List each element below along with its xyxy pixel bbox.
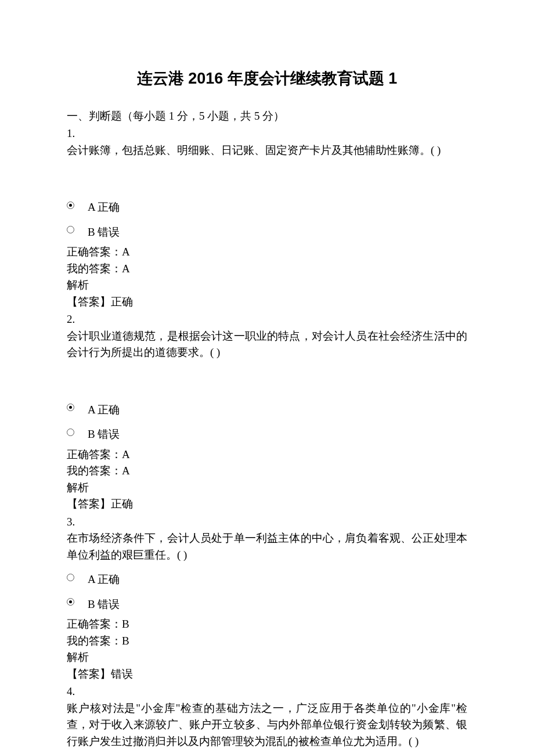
q3-explanation: 【答案】错误 [67, 666, 467, 683]
q3-option-b-label: B 错误 [88, 592, 120, 613]
section-heading: 一、判断题（每小题 1 分，5 小题，共 5 分） [67, 108, 467, 125]
radio-selected-icon [67, 404, 74, 411]
q1-correct-answer: 正确答案：A [67, 244, 467, 261]
q2-option-a-label: A 正确 [88, 397, 120, 419]
q3-my-answer: 我的答案：B [67, 633, 467, 650]
radio-icon [67, 226, 74, 233]
q1-option-b-label: B 错误 [88, 219, 120, 241]
q1-option-b[interactable]: B 错误 [67, 219, 467, 241]
q2-option-b-label: B 错误 [88, 422, 120, 443]
radio-selected-icon [67, 201, 74, 209]
q3-number: 3. [67, 514, 467, 531]
q2-stem: 会计职业道德规范，是根据会计这一职业的特点，对会计人员在社会经济生活中的会计行为… [67, 328, 467, 361]
q3-correct-answer: 正确答案：B [67, 616, 467, 633]
q3-option-a-label: A 正确 [88, 567, 120, 588]
q2-option-b[interactable]: B 错误 [67, 422, 467, 443]
q3-option-a[interactable]: A 正确 [67, 567, 467, 588]
radio-icon [67, 574, 74, 581]
q3-stem: 在市场经济条件下，会计人员处于单一利益主体的中心，肩负着客观、公正处理本单位利益… [67, 530, 467, 563]
q3-option-b[interactable]: B 错误 [67, 592, 467, 613]
q2-my-answer: 我的答案：A [67, 463, 467, 480]
q1-explanation: 【答案】正确 [67, 294, 467, 311]
page-title: 连云港 2016 年度会计继续教育试题 1 [67, 67, 467, 91]
q4-number: 4. [67, 683, 467, 700]
q2-option-a[interactable]: A 正确 [67, 397, 467, 419]
q2-number: 2. [67, 311, 467, 328]
q1-stem: 会计账簿，包括总账、明细账、日记账、固定资产卡片及其他辅助性账簿。( ) [67, 142, 467, 159]
q2-explanation: 【答案】正确 [67, 496, 467, 513]
q2-correct-answer: 正确答案：A [67, 447, 467, 463]
radio-selected-icon [67, 598, 74, 606]
q1-option-a-label: A 正确 [88, 195, 120, 216]
q2-explanation-label: 解析 [67, 480, 467, 496]
q1-option-a[interactable]: A 正确 [67, 195, 467, 216]
q1-number: 1. [67, 125, 467, 142]
q1-my-answer: 我的答案：A [67, 261, 467, 278]
q1-explanation-label: 解析 [67, 277, 467, 294]
radio-icon [67, 429, 74, 436]
q4-stem: 账户核对法是"小金库"检查的基础方法之一，广泛应用于各类单位的"小金库"检查，对… [67, 700, 467, 750]
q3-explanation-label: 解析 [67, 649, 467, 666]
